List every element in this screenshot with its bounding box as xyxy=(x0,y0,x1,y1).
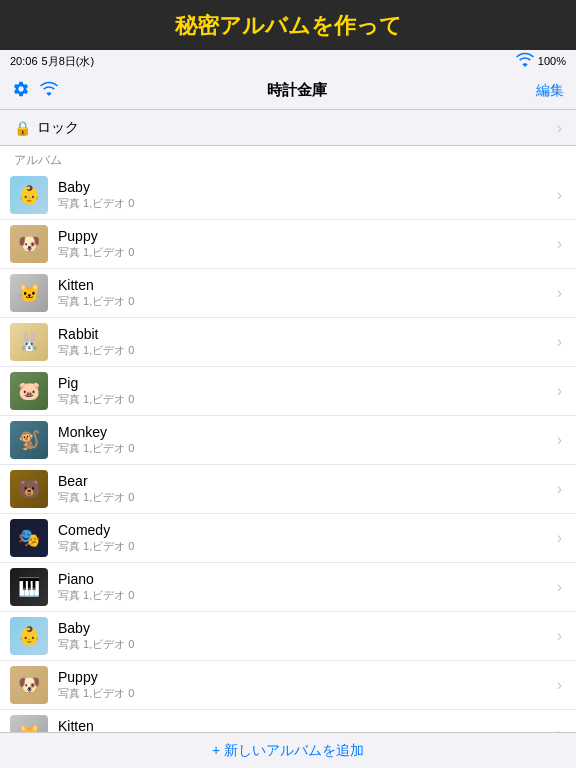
album-chevron-icon: › xyxy=(557,529,562,547)
wifi-status xyxy=(516,51,534,71)
album-info: Puppy 写真 1,ビデオ 0 xyxy=(58,669,551,701)
album-chevron-icon: › xyxy=(557,725,562,732)
album-thumbnail: 🎹 xyxy=(10,568,48,606)
album-name: Comedy xyxy=(58,522,551,538)
album-meta: 写真 1,ビデオ 0 xyxy=(58,441,551,456)
album-info: Monkey 写真 1,ビデオ 0 xyxy=(58,424,551,456)
battery-status: 100% xyxy=(538,55,566,67)
album-info: Pig 写真 1,ビデオ 0 xyxy=(58,375,551,407)
album-chevron-icon: › xyxy=(557,333,562,351)
album-chevron-icon: › xyxy=(557,676,562,694)
album-meta: 写真 1,ビデオ 0 xyxy=(58,490,551,505)
album-thumbnail: 🐶 xyxy=(10,666,48,704)
album-meta: 写真 1,ビデオ 0 xyxy=(58,245,551,260)
album-row[interactable]: 🐱 Kitten 写真 1,ビデオ 0 › xyxy=(0,269,576,318)
album-meta: 写真 1,ビデオ 0 xyxy=(58,196,551,211)
album-info: Rabbit 写真 1,ビデオ 0 xyxy=(58,326,551,358)
album-thumbnail: 🐒 xyxy=(10,421,48,459)
hero-banner: 秘密アルバムを作って xyxy=(0,0,576,50)
album-name: Baby xyxy=(58,620,551,636)
lock-icon: 🔒 xyxy=(14,120,31,136)
album-row[interactable]: 🐒 Monkey 写真 1,ビデオ 0 › xyxy=(0,416,576,465)
album-name: Puppy xyxy=(58,669,551,685)
album-chevron-icon: › xyxy=(557,235,562,253)
album-name: Rabbit xyxy=(58,326,551,342)
album-chevron-icon: › xyxy=(557,627,562,645)
album-chevron-icon: › xyxy=(557,578,562,596)
album-name: Puppy xyxy=(58,228,551,244)
album-name: Kitten xyxy=(58,718,551,732)
nav-edit-button[interactable]: 編集 xyxy=(536,82,564,100)
album-name: Baby xyxy=(58,179,551,195)
album-row[interactable]: 🐻 Bear 写真 1,ビデオ 0 › xyxy=(0,465,576,514)
album-row[interactable]: 🐱 Kitten 写真 1,ビデオ 0 › xyxy=(0,710,576,732)
album-row[interactable]: 🐶 Puppy 写真 1,ビデオ 0 › xyxy=(0,661,576,710)
status-time: 20:06 xyxy=(10,55,38,67)
status-left: 20:06 5月8日(水) xyxy=(10,54,94,69)
lock-label: ロック xyxy=(37,119,79,137)
album-info: Kitten 写真 1,ビデオ 0 xyxy=(58,718,551,732)
album-chevron-icon: › xyxy=(557,431,562,449)
album-row[interactable]: 👶 Baby 写真 1,ビデオ 0 › xyxy=(0,612,576,661)
album-info: Puppy 写真 1,ビデオ 0 xyxy=(58,228,551,260)
album-thumbnail: 🐶 xyxy=(10,225,48,263)
album-name: Piano xyxy=(58,571,551,587)
album-chevron-icon: › xyxy=(557,284,562,302)
album-info: Piano 写真 1,ビデオ 0 xyxy=(58,571,551,603)
album-thumbnail: 🐷 xyxy=(10,372,48,410)
album-name: Kitten xyxy=(58,277,551,293)
status-right: 100% xyxy=(516,51,566,71)
album-list: 👶 Baby 写真 1,ビデオ 0 › 🐶 Puppy 写真 1,ビデオ 0 ›… xyxy=(0,171,576,732)
nav-bar: 時計金庫 編集 xyxy=(0,72,576,110)
album-info: Baby 写真 1,ビデオ 0 xyxy=(58,179,551,211)
album-thumbnail: 🐱 xyxy=(10,274,48,312)
album-thumbnail: 👶 xyxy=(10,617,48,655)
album-row[interactable]: 🎭 Comedy 写真 1,ビデオ 0 › xyxy=(0,514,576,563)
album-name: Monkey xyxy=(58,424,551,440)
album-chevron-icon: › xyxy=(557,480,562,498)
nav-left-icons xyxy=(12,80,58,102)
album-thumbnail: 🐱 xyxy=(10,715,48,732)
add-album-label[interactable]: + 新しいアルバムを追加 xyxy=(212,742,364,760)
album-meta: 写真 1,ビデオ 0 xyxy=(58,539,551,554)
album-meta: 写真 1,ビデオ 0 xyxy=(58,392,551,407)
album-meta: 写真 1,ビデオ 0 xyxy=(58,588,551,603)
album-meta: 写真 1,ビデオ 0 xyxy=(58,294,551,309)
album-list-area: アルバム 👶 Baby 写真 1,ビデオ 0 › 🐶 Puppy 写真 1,ビデ… xyxy=(0,146,576,732)
album-meta: 写真 1,ビデオ 0 xyxy=(58,343,551,358)
album-thumbnail: 🎭 xyxy=(10,519,48,557)
status-date: 5月8日(水) xyxy=(42,54,95,69)
album-row[interactable]: 🐶 Puppy 写真 1,ビデオ 0 › xyxy=(0,220,576,269)
album-thumbnail: 🐰 xyxy=(10,323,48,361)
section-label: アルバム xyxy=(0,146,576,171)
add-album-bar[interactable]: + 新しいアルバムを追加 xyxy=(0,732,576,768)
gear-icon[interactable] xyxy=(12,80,30,102)
lock-row[interactable]: 🔒 ロック › xyxy=(0,110,576,146)
album-info: Comedy 写真 1,ビデオ 0 xyxy=(58,522,551,554)
album-info: Baby 写真 1,ビデオ 0 xyxy=(58,620,551,652)
album-row[interactable]: 🎹 Piano 写真 1,ビデオ 0 › xyxy=(0,563,576,612)
nav-title: 時計金庫 xyxy=(58,81,536,100)
album-name: Pig xyxy=(58,375,551,391)
album-name: Bear xyxy=(58,473,551,489)
album-thumbnail: 🐻 xyxy=(10,470,48,508)
status-bar: 20:06 5月8日(水) 100% xyxy=(0,50,576,72)
wifi-nav-icon[interactable] xyxy=(40,80,58,102)
album-info: Kitten 写真 1,ビデオ 0 xyxy=(58,277,551,309)
album-row[interactable]: 🐷 Pig 写真 1,ビデオ 0 › xyxy=(0,367,576,416)
hero-text: 秘密アルバムを作って xyxy=(175,11,402,41)
album-chevron-icon: › xyxy=(557,382,562,400)
lock-row-content: 🔒 ロック xyxy=(14,119,79,137)
lock-chevron-icon: › xyxy=(557,119,562,137)
album-meta: 写真 1,ビデオ 0 xyxy=(58,637,551,652)
album-chevron-icon: › xyxy=(557,186,562,204)
album-row[interactable]: 🐰 Rabbit 写真 1,ビデオ 0 › xyxy=(0,318,576,367)
album-row[interactable]: 👶 Baby 写真 1,ビデオ 0 › xyxy=(0,171,576,220)
album-thumbnail: 👶 xyxy=(10,176,48,214)
album-info: Bear 写真 1,ビデオ 0 xyxy=(58,473,551,505)
album-meta: 写真 1,ビデオ 0 xyxy=(58,686,551,701)
